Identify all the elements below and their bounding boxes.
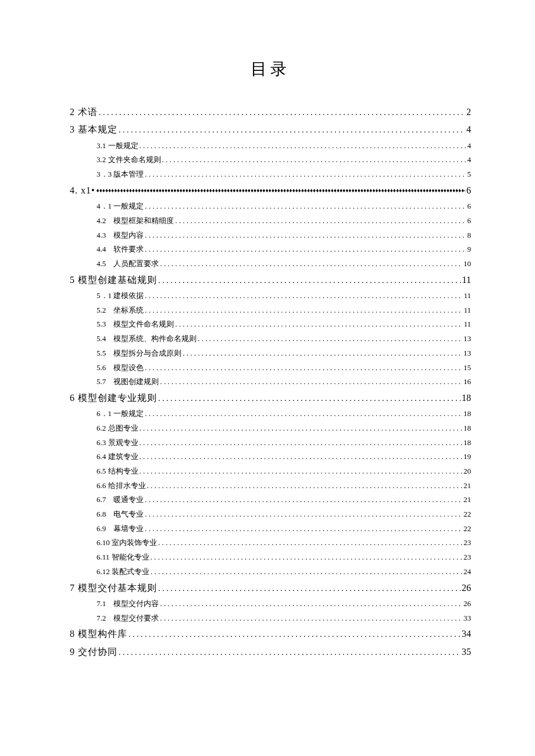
toc-entry-label: 6.4 建筑专业 bbox=[97, 450, 138, 464]
toc-entry[interactable]: 8 模型构件库34 bbox=[70, 625, 471, 643]
toc-entry-page: 5 bbox=[468, 167, 472, 182]
toc-entry-label: 9 交付协同 bbox=[70, 643, 117, 661]
toc-entry-label: 5 模型创建基础规则 bbox=[70, 271, 157, 289]
toc-entry[interactable]: 6.10 室内装饰专业23 bbox=[70, 536, 471, 550]
toc-entry-label: 4. x1• bbox=[70, 182, 95, 199]
page: 目录 2 术语23 基本规定43.1 一般规定43.2 文件夹命名规则43．3 … bbox=[0, 0, 535, 756]
toc-entry-label: 4.5 人员配置要求 bbox=[97, 257, 159, 271]
toc-entry-label: 3.1 一般规定 bbox=[97, 139, 138, 153]
toc-entry-label: 5.4 模型系统、构件命名规则 bbox=[97, 332, 197, 346]
toc-entry-page: 35 bbox=[462, 643, 471, 661]
toc-entry[interactable]: 3.1 一般规定4 bbox=[70, 139, 471, 153]
toc-leader bbox=[97, 186, 465, 197]
toc-entry-label: 7.2 模型交付要求 bbox=[97, 611, 159, 626]
toc-entry[interactable]: 4.3 模型内容8 bbox=[70, 228, 471, 243]
toc-entry-label: 6.10 室内装饰专业 bbox=[97, 536, 157, 550]
toc-entry[interactable]: 4.2 模型框架和精细度6 bbox=[70, 214, 471, 228]
toc-leader bbox=[140, 464, 463, 479]
toc-entry[interactable]: 6．1 一般规定18 bbox=[70, 407, 471, 421]
toc-leader bbox=[140, 421, 463, 436]
toc-entry-label: 6.11 智能化专业 bbox=[97, 550, 149, 565]
toc-entry[interactable]: 6.7 暖通专业21 bbox=[70, 493, 471, 507]
toc-entry-page: 18 bbox=[463, 421, 471, 436]
toc-entry-label: 7 模型交付基本规则 bbox=[70, 579, 157, 597]
toc-entry[interactable]: 5.7 视图创建规则16 bbox=[70, 375, 471, 389]
toc-entry[interactable]: 6.9 幕墙专业22 bbox=[70, 522, 471, 536]
toc-entry-page: 18 bbox=[463, 436, 471, 450]
toc-entry-page: 22 bbox=[463, 507, 471, 522]
toc-leader bbox=[183, 346, 462, 361]
toc-leader bbox=[145, 493, 462, 507]
toc-entry-label: 3.2 文件夹命名规则 bbox=[97, 153, 161, 167]
toc-entry[interactable]: 6.3 景观专业18 bbox=[70, 436, 471, 450]
toc-entry-page: 21 bbox=[463, 493, 471, 507]
toc-entry[interactable]: 6.4 建筑专业19 bbox=[70, 450, 471, 464]
toc-entry[interactable]: 3.2 文件夹命名规则4 bbox=[70, 153, 471, 167]
toc-entry-page: 18 bbox=[462, 389, 471, 407]
toc-leader bbox=[119, 645, 461, 661]
toc-entry[interactable]: 4.5 人员配置要求10 bbox=[70, 257, 471, 271]
toc-entry[interactable]: 9 交付协同35 bbox=[70, 643, 471, 661]
toc-entry-page: 16 bbox=[463, 375, 471, 389]
toc-leader bbox=[160, 597, 462, 611]
toc-leader bbox=[147, 479, 463, 493]
toc-entry-label: 6.6 给排水专业 bbox=[97, 479, 146, 493]
toc-entry[interactable]: 5.6 模型设色15 bbox=[70, 361, 471, 375]
toc-entry-label: 6.3 景观专业 bbox=[97, 436, 138, 450]
toc-entry-label: 6.5 结构专业 bbox=[97, 464, 138, 479]
toc-entry[interactable]: 4. x1•6 bbox=[70, 182, 471, 199]
toc-leader bbox=[151, 550, 462, 565]
toc-entry[interactable]: 6.11 智能化专业23 bbox=[70, 550, 471, 565]
toc-entry-label: 4．1 一般规定 bbox=[97, 199, 144, 214]
toc-entry[interactable]: 6.8 电气专业22 bbox=[70, 507, 471, 522]
toc-entry[interactable]: 7.1 模型交付内容26 bbox=[70, 597, 471, 611]
toc-entry-page: 8 bbox=[468, 228, 472, 243]
toc-entry-page: 9 bbox=[468, 242, 472, 257]
toc-entry[interactable]: 7 模型交付基本规则26 bbox=[70, 579, 471, 597]
toc-leader bbox=[198, 332, 462, 346]
toc-leader bbox=[140, 139, 466, 153]
toc-entry[interactable]: 5 模型创建基础规则11 bbox=[70, 271, 471, 289]
toc-entry[interactable]: 2 术语2 bbox=[70, 103, 471, 121]
toc-entry[interactable]: 6.6 给排水专业21 bbox=[70, 479, 471, 493]
toc-entry-label: 8 模型构件库 bbox=[70, 625, 127, 643]
toc-entry-page: 6 bbox=[468, 214, 472, 228]
toc-entry[interactable]: 6.5 结构专业20 bbox=[70, 464, 471, 479]
toc-entry-label: 5.3 模型文件命名规则 bbox=[97, 317, 174, 332]
toc-entry-page: 15 bbox=[463, 361, 471, 375]
toc-entry[interactable]: 6 模型创建专业规则18 bbox=[70, 389, 471, 407]
toc-entry-label: 4.3 模型内容 bbox=[97, 228, 144, 243]
toc-entry-page: 22 bbox=[463, 522, 471, 536]
toc-entry-page: 13 bbox=[463, 346, 471, 361]
toc-entry-page: 4 bbox=[466, 121, 471, 138]
toc-entry-page: 4 bbox=[468, 139, 472, 153]
toc-leader bbox=[151, 565, 462, 579]
toc-entry[interactable]: 5．1 建模依据11 bbox=[70, 289, 471, 303]
toc-entry-page: 24 bbox=[463, 565, 471, 579]
toc-entry-label: 5．1 建模依据 bbox=[97, 289, 144, 303]
toc-entry[interactable]: 3．3 版本管理5 bbox=[70, 167, 471, 182]
toc-entry[interactable]: 5.5 模型拆分与合成原则13 bbox=[70, 346, 471, 361]
toc-title: 目录 bbox=[70, 58, 471, 80]
toc-entry-page: 23 bbox=[463, 550, 471, 565]
toc-entry[interactable]: 4．1 一般规定6 bbox=[70, 199, 471, 214]
toc-entry-page: 33 bbox=[463, 611, 471, 626]
toc-entry[interactable]: 6.12 装配式专业24 bbox=[70, 565, 471, 579]
toc-leader bbox=[158, 273, 461, 289]
toc-entry[interactable]: 7.2 模型交付要求33 bbox=[70, 611, 471, 626]
toc-leader bbox=[175, 317, 462, 332]
toc-entry[interactable]: 5.4 模型系统、构件命名规则13 bbox=[70, 332, 471, 346]
toc-entry[interactable]: 4.4 软件要求9 bbox=[70, 242, 471, 257]
toc-leader bbox=[160, 375, 462, 389]
toc-entry[interactable]: 6.2 总图专业18 bbox=[70, 421, 471, 436]
toc-entry[interactable]: 5.2 坐标系统11 bbox=[70, 303, 471, 318]
toc-entry[interactable]: 5.3 模型文件命名规则11 bbox=[70, 317, 471, 332]
toc-entry-page: 6 bbox=[466, 182, 471, 199]
toc-entry-label: 6.7 暖通专业 bbox=[97, 493, 144, 507]
toc-leader bbox=[145, 228, 466, 243]
toc-entry-page: 21 bbox=[463, 479, 471, 493]
toc-entry-page: 11 bbox=[463, 289, 471, 303]
toc-leader bbox=[145, 289, 462, 303]
toc-entry[interactable]: 3 基本规定4 bbox=[70, 121, 471, 138]
toc-entry-page: 26 bbox=[462, 579, 471, 597]
